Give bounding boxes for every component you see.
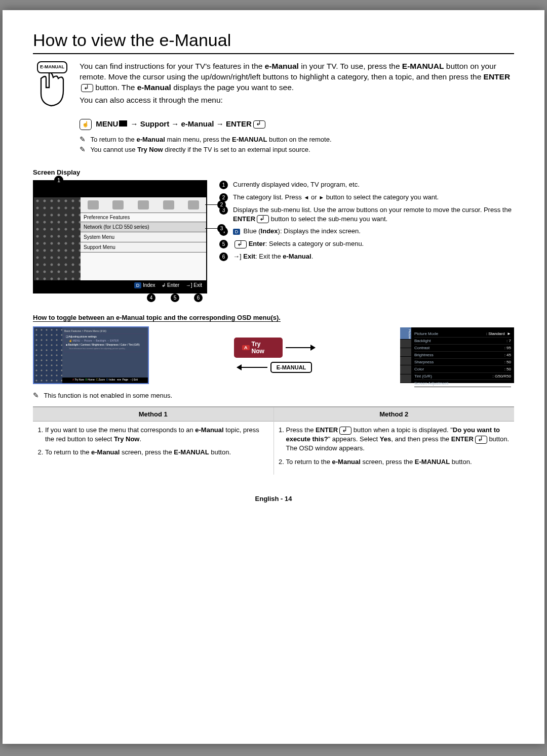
enter-icon [475,436,487,444]
method1-step2: To return to the e-Manual screen, press … [45,448,269,457]
sd-item-network: Network (for LCD 550 series) [81,222,206,232]
callout-3: 3 [217,224,226,233]
callout-1: 1 [54,176,63,185]
callout-2: 2 [217,200,226,209]
enter-icon [81,84,93,92]
mini-emanual-mock: Basic Features > Picture Menu (3/16) ❏ A… [33,326,149,384]
callout-5: 5 [171,293,179,302]
page-title: How to view the e-Manual [33,30,514,50]
screen-display-label: Screen Display [33,169,514,176]
sd-video-area [34,197,81,280]
sd-item-support: Support Menu [81,242,206,253]
method1-heading: Method 1 [33,407,274,422]
enter-icon [253,120,265,129]
method1-step1: If you want to use the menu that corresp… [45,426,269,444]
toggle-heading: How to toggle between an e-Manual topic … [33,314,514,321]
mini-osd-mock: Picture Picture Mode: Standard ► Backlig… [400,327,514,383]
exit-icon: →] [233,253,242,260]
emanual-pill: E-MANUAL [270,362,312,373]
intro-paragraph: You can find instructions for your TV's … [80,61,514,106]
note-return: To return to the e-Manual main menu, pre… [80,135,514,143]
menu-remote-icon: ☝ [80,119,92,130]
sd-category-tabs [81,197,206,213]
note-trynow: You cannot use Try Now directly if the T… [80,145,514,153]
func-note: This function is not enabled in some men… [33,391,514,399]
enter-icon [235,240,247,248]
method2-heading: Method 2 [274,407,515,422]
callout-6: 6 [194,293,203,302]
title-rule [33,53,514,54]
method2-step1: Press the ENTER button when a topic is d… [286,426,511,453]
sd-item-system: System Menu [81,232,206,242]
access-line: You can also access it through the menu: [80,95,514,106]
sd-footer-bar: DIndex ↲ Enter →] Exit [34,280,206,293]
try-now-pill: ATry Now [234,338,283,358]
enter-icon [257,215,269,223]
toggle-arrows: ATry Now E-MANUAL [234,338,315,373]
enter-icon [339,427,351,435]
d-badge: D [233,229,240,235]
screen-display-mock: 1 Preference Features Network (for LCD 5… [33,180,207,293]
emanual-key-frame: E-MANUAL [37,61,67,73]
menu-grid-icon [119,120,127,127]
page-footer: English - 14 [33,495,514,502]
menu-path: ☝ MENU → Support → e-Manual → ENTER [80,119,514,130]
sd-pref-label: Preference Features [81,213,206,222]
callout-4: 4 [147,293,155,302]
remote-emanual-icon: E-MANUAL [33,61,69,112]
legend-list: 1Currently displayed video, TV program, … [219,180,514,265]
method2-step2: To return to the e-Manual screen, press … [286,457,511,467]
